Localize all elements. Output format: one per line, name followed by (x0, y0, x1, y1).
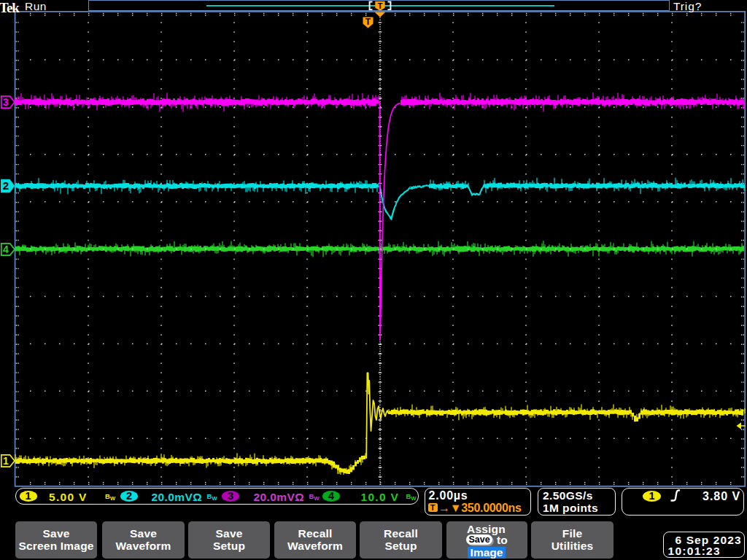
svg-text:4: 4 (3, 244, 9, 255)
svg-text:2: 2 (3, 179, 9, 192)
svg-text:3: 3 (3, 96, 9, 108)
svg-text:T: T (365, 17, 371, 27)
svg-text:1: 1 (3, 455, 9, 467)
